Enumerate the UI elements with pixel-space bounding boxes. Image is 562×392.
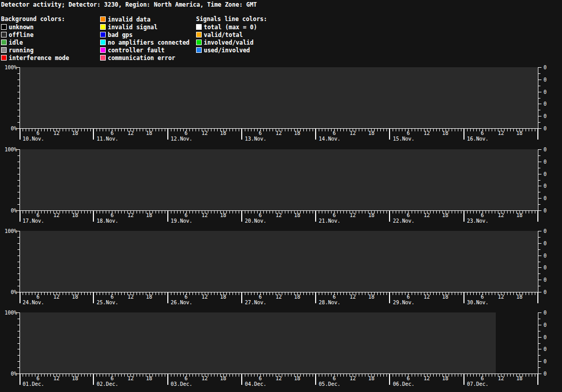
hour-tick [377,374,378,377]
hour-tick [461,128,461,131]
right-tick [538,73,540,74]
hour-label: 18 [294,294,300,300]
hour-tick [306,292,307,295]
date-label: 22.Nov. [393,218,414,224]
hour-tick [449,210,449,213]
hour-tick [306,374,307,377]
hour-tick [66,374,66,377]
right-tick [538,162,541,162]
hour-tick [118,210,119,213]
hour-tick [35,210,35,213]
left-tick [17,343,20,344]
hour-tick [337,374,338,377]
hour-tick [439,128,440,131]
hour-tick [251,210,251,213]
right-tick [538,312,541,313]
hour-label: 6 [481,130,484,136]
hour-tick [288,128,288,131]
hour-tick [109,292,109,295]
hour-label: 12 [127,376,133,381]
hour-tick [26,292,26,295]
hour-tick [473,128,474,131]
left-tick [17,92,20,92]
hour-tick [473,292,474,295]
day-boundary-tick [167,210,168,222]
right-axis-zero-label: 0 [544,265,547,270]
hour-tick [328,128,328,131]
date-label: 14.Nov. [319,136,340,142]
day-boundary-tick [241,128,242,140]
hour-tick [47,292,48,295]
hour-label: 18 [146,130,152,136]
hour-tick [269,128,270,131]
hour-tick [402,210,402,213]
hour-tick [106,128,106,131]
hour-tick [26,128,26,131]
hour-tick [60,128,60,131]
date-label: 10.Nov. [23,136,44,142]
hour-tick [232,128,233,131]
left-tick [17,331,20,331]
hour-tick [415,210,415,213]
hour-tick [309,292,310,295]
left-tick [17,204,20,205]
hour-tick [254,374,255,377]
hour-tick [217,210,218,213]
hour-tick [532,210,532,213]
hour-tick [35,128,35,131]
chart-row-4: 100%0%0000006121801.Dec.6121802.Dec.6121… [5,310,547,387]
hour-tick [340,292,341,295]
hour-label: 18 [442,130,449,136]
hour-tick [32,374,32,377]
right-axis-zero-label: 0 [544,101,547,107]
right-axis-zero-label: 0 [544,126,547,131]
hour-tick [535,128,535,131]
hour-tick [331,128,332,131]
right-tick [538,280,541,280]
hour-label: 6 [185,130,188,136]
hour-label: 18 [442,212,449,218]
hour-tick [359,292,359,295]
hour-tick [103,210,103,213]
hour-tick [44,128,45,131]
hour-label: 6 [406,130,410,136]
hour-tick [263,128,264,131]
hour-tick [470,374,471,377]
hour-tick [23,374,23,377]
plot-background [20,312,496,374]
hour-tick [50,292,51,295]
left-tick [17,355,20,356]
hour-tick [362,128,362,131]
hour-tick [214,210,215,213]
hour-label: 12 [350,294,356,300]
hour-tick [41,210,42,213]
hour-tick [236,210,236,213]
hour-tick [84,292,85,295]
hour-tick [180,292,181,295]
left-tick [17,249,20,250]
hour-tick [115,128,115,131]
hour-tick [81,292,82,295]
hour-tick [291,292,292,295]
hour-tick [273,374,273,377]
hour-tick [386,374,387,377]
day-boundary-tick [20,292,21,303]
right-tick [538,349,541,349]
right-tick [538,331,540,331]
hour-tick [412,292,412,295]
hour-tick [165,374,165,377]
right-axis-zero-label: 0 [544,359,547,364]
hour-tick [303,374,304,377]
hour-tick [282,210,282,213]
hour-tick [436,128,437,131]
hour-tick [510,210,511,213]
right-tick [538,149,541,150]
hour-tick [66,292,66,295]
hour-tick [337,210,338,213]
hour-tick [196,374,196,377]
hour-tick [507,292,508,295]
hour-tick [380,374,381,377]
left-tick [17,361,20,362]
hour-tick [60,210,60,213]
hour-tick [269,374,270,377]
